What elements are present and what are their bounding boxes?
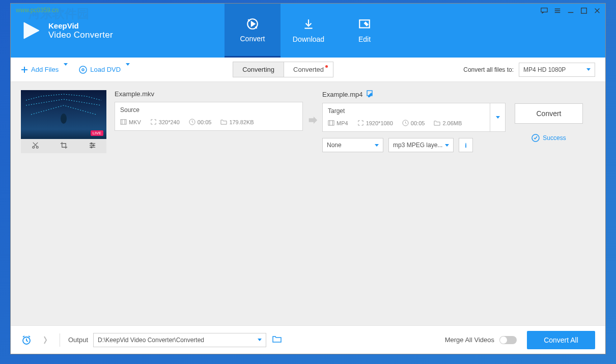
subtitle-value: None (327, 142, 342, 149)
tab-edit-label: Edit (358, 35, 371, 43)
toggle-converted[interactable]: Converted (284, 62, 333, 77)
edit-icon (358, 18, 371, 31)
menu-icon[interactable] (553, 7, 562, 15)
film-icon (120, 119, 127, 125)
source-card: Source MKV 320*240 00:05 179.82KB (115, 102, 303, 131)
output-format-value: MP4 HD 1080P (523, 66, 566, 73)
video-thumbnail[interactable]: LIVE (21, 90, 106, 139)
tab-download[interactable]: Download (281, 4, 337, 58)
target-format-dropdown[interactable] (490, 103, 506, 132)
target-duration: 00:05 (411, 120, 425, 126)
rename-icon[interactable] (367, 90, 374, 99)
output-path-select[interactable]: D:\KeepVid Video Converter\Converted (93, 333, 266, 347)
target-format: MP4 (337, 120, 348, 126)
source-resolution: 320*240 (159, 119, 180, 125)
toggle-converted-label: Converted (293, 66, 324, 73)
convert-all-button[interactable]: Convert All (527, 331, 595, 349)
live-badge: LIVE (91, 130, 103, 136)
add-files-button[interactable]: Add Files (21, 66, 68, 73)
target-card: Target MP4 1920*1080 00:05 2.06MB (322, 103, 490, 132)
toggle-converting[interactable]: Converting (233, 62, 284, 77)
arrow-icon (303, 115, 322, 126)
check-circle-icon (531, 134, 540, 142)
folder-icon (434, 120, 440, 126)
svg-point-27 (92, 145, 94, 146)
thumbnail-toolbar (21, 139, 106, 153)
speed-icon[interactable] (40, 334, 51, 346)
chevron-down-icon (586, 68, 591, 71)
disc-icon (79, 66, 87, 74)
svg-rect-4 (304, 28, 312, 29)
clock-icon (402, 120, 409, 126)
info-button[interactable]: i (459, 138, 473, 152)
load-dvd-label: Load DVD (90, 66, 121, 73)
minimize-button[interactable] (567, 7, 575, 15)
target-size: 2.06MB (442, 120, 462, 126)
close-button[interactable] (593, 7, 601, 15)
convert-column: Convert Success (515, 90, 583, 142)
film-icon (328, 120, 334, 126)
resolution-icon (357, 120, 364, 126)
footer: Output D:\KeepVid Video Converter\Conver… (11, 325, 605, 354)
source-filename: Example.mkv (115, 90, 303, 98)
thumbnail-block: LIVE (21, 90, 106, 153)
success-label: Success (543, 134, 566, 142)
target-column: Example.mp4 Target MP4 1920*1080 00:05 2… (322, 90, 506, 152)
source-duration: 00:05 (198, 119, 212, 125)
output-label: Output (68, 336, 88, 344)
logo-area: KeepVid Video Converter (11, 4, 225, 58)
plus-icon (21, 66, 28, 73)
brand-subtitle: Video Converter (48, 30, 113, 40)
toolbar: Add Files Load DVD Converting Converted … (11, 58, 605, 82)
svg-rect-34 (328, 121, 334, 125)
tab-edit[interactable]: Edit (337, 4, 393, 58)
app-window: 河东软件园 www.pc0359.cn KeepVid Video Conver… (10, 3, 606, 354)
nav-tabs: Convert Download Edit (225, 4, 393, 58)
file-item: LIVE Example.mkv Source MKV 320*240 00:0… (11, 82, 605, 158)
open-folder-icon[interactable] (272, 335, 282, 345)
tab-convert[interactable]: Convert (225, 4, 281, 58)
target-resolution: 1920*1080 (366, 120, 393, 126)
chevron-down-icon (126, 66, 130, 73)
download-icon (302, 18, 315, 31)
convert-all-to-label: Convert all files to: (463, 66, 514, 73)
subtitle-select[interactable]: None (322, 138, 383, 152)
schedule-icon[interactable] (21, 334, 32, 346)
svg-point-18 (61, 114, 67, 124)
brand-name: KeepVid (48, 21, 113, 30)
svg-rect-6 (541, 8, 547, 12)
svg-point-26 (91, 143, 92, 144)
svg-rect-29 (121, 120, 126, 124)
svg-point-20 (36, 146, 38, 148)
audio-value: mp3 MPEG laye... (393, 142, 442, 149)
output-path-value: D:\KeepVid Video Converter\Converted (98, 337, 204, 344)
notification-dot-icon (325, 65, 328, 68)
chevron-down-icon (258, 339, 262, 341)
tab-convert-label: Convert (240, 35, 265, 43)
feedback-icon[interactable] (540, 7, 548, 15)
status-toggle: Converting Converted (233, 62, 333, 77)
target-filename: Example.mp4 (322, 91, 362, 98)
trim-icon[interactable] (32, 142, 39, 151)
chevron-down-icon (445, 144, 449, 147)
audio-select[interactable]: mp3 MPEG laye... (388, 138, 454, 152)
clock-icon (189, 119, 195, 125)
content-area: LIVE Example.mkv Source MKV 320*240 00:0… (11, 82, 605, 325)
svg-point-17 (82, 69, 84, 71)
convert-icon (246, 17, 259, 31)
add-files-label: Add Files (31, 66, 59, 73)
maximize-button[interactable] (580, 7, 588, 15)
merge-toggle[interactable] (499, 336, 517, 344)
header: 河东软件园 www.pc0359.cn KeepVid Video Conver… (11, 4, 605, 58)
merge-label: Merge All Videos (445, 336, 494, 344)
settings-icon[interactable] (89, 142, 96, 151)
load-dvd-button[interactable]: Load DVD (79, 66, 130, 74)
output-format-select[interactable]: MP4 HD 1080P (519, 63, 595, 77)
chevron-down-icon (375, 144, 379, 147)
chevron-down-icon (64, 66, 68, 73)
crop-icon[interactable] (60, 142, 68, 151)
svg-marker-3 (251, 21, 255, 26)
source-title: Source (120, 106, 297, 114)
convert-button[interactable]: Convert (515, 103, 583, 124)
folder-icon (220, 119, 227, 125)
